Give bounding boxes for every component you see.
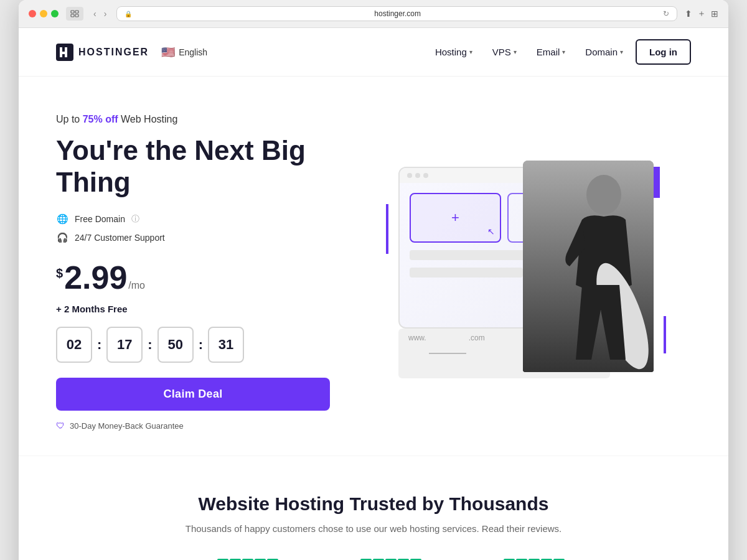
feature-support-text: 24/7 Customer Support bbox=[75, 233, 165, 243]
mockup-dot-1 bbox=[407, 173, 412, 178]
purple-line-right bbox=[664, 316, 666, 353]
price-amount: 2.99 bbox=[64, 261, 127, 294]
currency-symbol: $ bbox=[56, 266, 63, 281]
nav-hosting[interactable]: Hosting ▾ bbox=[428, 42, 480, 62]
traffic-lights bbox=[29, 10, 59, 17]
nav-arrows: ‹ › bbox=[91, 7, 109, 20]
address-bar[interactable]: 🔒 hostinger.com ↻ bbox=[116, 6, 677, 21]
claim-deal-button[interactable]: Claim Deal bbox=[56, 378, 330, 411]
person-svg bbox=[523, 161, 654, 372]
nav-vps[interactable]: VPS ▾ bbox=[485, 42, 524, 62]
logo-icon bbox=[56, 44, 73, 61]
traffic-light-yellow[interactable] bbox=[40, 10, 47, 17]
url-www: www. bbox=[408, 334, 426, 373]
price-block: $ 2.99 /mo bbox=[56, 261, 330, 294]
countdown-timer: 02 : 17 : 50 : 31 bbox=[56, 327, 330, 363]
trusted-title: Website Hosting Trusted by Thousands bbox=[56, 493, 691, 515]
logo-text: HOSTINGER bbox=[78, 47, 149, 58]
new-tab-icon[interactable]: ＋ bbox=[697, 8, 706, 19]
sidebar-icon[interactable]: ⊞ bbox=[711, 9, 718, 19]
purple-line-left bbox=[386, 204, 388, 254]
browser-chrome: ‹ › 🔒 hostinger.com ↻ ⬆ ＋ ⊞ bbox=[19, 0, 728, 28]
tab-overview-btn[interactable] bbox=[66, 7, 83, 21]
svg-rect-0 bbox=[71, 11, 74, 13]
url-com: .com bbox=[469, 334, 485, 373]
shield-icon: 🛡 bbox=[56, 421, 65, 431]
domain-chevron: ▾ bbox=[620, 49, 623, 55]
price-period: /mo bbox=[128, 280, 145, 291]
share-icon[interactable]: ⬆ bbox=[685, 9, 692, 19]
traffic-light-red[interactable] bbox=[29, 10, 36, 17]
countdown-sep-2: : bbox=[148, 337, 152, 353]
mockup-card-1: + ↖ bbox=[410, 193, 501, 243]
login-button[interactable]: Log in bbox=[636, 39, 691, 65]
language-label: English bbox=[179, 47, 207, 57]
main-navbar: HOSTINGER 🇺🇸 English Hosting ▾ VPS ▾ Ema… bbox=[19, 28, 728, 77]
hosting-chevron: ▾ bbox=[469, 49, 472, 55]
refresh-btn[interactable]: ↻ bbox=[663, 9, 669, 18]
info-icon: ⓘ bbox=[131, 213, 139, 225]
guarantee-row: 🛡 30-Day Money-Back Guarantee bbox=[56, 421, 330, 431]
forward-arrow[interactable]: › bbox=[101, 7, 110, 20]
browser-right-actions: ⬆ ＋ ⊞ bbox=[685, 8, 718, 19]
countdown-days: 02 bbox=[56, 327, 92, 363]
svg-rect-2 bbox=[71, 14, 74, 17]
badge-highlight: 75% off bbox=[83, 114, 118, 124]
url-text: hostinger.com bbox=[136, 9, 659, 18]
traffic-light-green[interactable] bbox=[51, 10, 59, 17]
countdown-seconds: 31 bbox=[208, 327, 244, 363]
headset-icon: 🎧 bbox=[56, 231, 68, 244]
back-arrow[interactable]: ‹ bbox=[91, 7, 99, 20]
nav-email[interactable]: Email ▾ bbox=[529, 42, 573, 62]
url-line bbox=[429, 353, 466, 354]
cursor-icon: ↖ bbox=[487, 226, 495, 236]
hero-left: Up to 75% off Web Hosting You're the Nex… bbox=[56, 114, 330, 431]
hero-illustration: + ↖ + www bbox=[380, 154, 666, 391]
feature-domain: 🌐 Free Domain ⓘ bbox=[56, 213, 330, 225]
svg-rect-1 bbox=[75, 11, 78, 13]
hero-right: + ↖ + www bbox=[355, 148, 691, 397]
trusted-subtitle: Thousands of happy customers chose to us… bbox=[56, 523, 691, 534]
person-illustration bbox=[523, 161, 654, 372]
svg-rect-3 bbox=[75, 14, 78, 17]
language-selector[interactable]: 🇺🇸 English bbox=[161, 45, 207, 59]
hero-section: Up to 75% off Web Hosting You're the Nex… bbox=[19, 77, 728, 455]
trusted-section: Website Hosting Trusted by Thousands Tho… bbox=[19, 455, 728, 560]
nav-domain[interactable]: Domain ▾ bbox=[578, 42, 631, 62]
feature-support: 🎧 24/7 Customer Support bbox=[56, 231, 330, 244]
hero-badge: Up to 75% off Web Hosting bbox=[56, 114, 330, 125]
mockup-bar-2 bbox=[410, 268, 523, 278]
globe-icon: 🌐 bbox=[56, 213, 68, 225]
logo[interactable]: HOSTINGER bbox=[56, 44, 149, 61]
countdown-sep-3: : bbox=[199, 337, 203, 353]
vps-chevron: ▾ bbox=[514, 49, 517, 55]
features-list: 🌐 Free Domain ⓘ 🎧 24/7 Customer Support bbox=[56, 213, 330, 244]
mockup-dot-3 bbox=[423, 173, 428, 178]
email-chevron: ▾ bbox=[562, 49, 565, 55]
countdown-hours: 17 bbox=[106, 327, 143, 363]
countdown-minutes: 50 bbox=[157, 327, 194, 363]
countdown-sep-1: : bbox=[97, 337, 101, 353]
mockup-dot-2 bbox=[415, 173, 420, 178]
nav-right: Hosting ▾ VPS ▾ Email ▾ Domain ▾ Log in bbox=[428, 39, 691, 65]
free-months-label: + 2 Months Free bbox=[56, 304, 330, 314]
svg-point-6 bbox=[586, 175, 621, 215]
browser-controls-row: ‹ › 🔒 hostinger.com ↻ ⬆ ＋ ⊞ bbox=[29, 6, 718, 21]
browser-window: ‹ › 🔒 hostinger.com ↻ ⬆ ＋ ⊞ bbox=[19, 0, 728, 560]
plus-icon-1: + bbox=[451, 210, 459, 226]
lock-icon: 🔒 bbox=[125, 11, 132, 17]
feature-domain-text: Free Domain bbox=[75, 214, 125, 224]
site-content: HOSTINGER 🇺🇸 English Hosting ▾ VPS ▾ Ema… bbox=[19, 28, 728, 560]
price-row: $ 2.99 /mo bbox=[56, 261, 330, 294]
hero-title: You're the Next Big Thing bbox=[56, 135, 330, 198]
guarantee-text: 30-Day Money-Back Guarantee bbox=[70, 421, 184, 431]
